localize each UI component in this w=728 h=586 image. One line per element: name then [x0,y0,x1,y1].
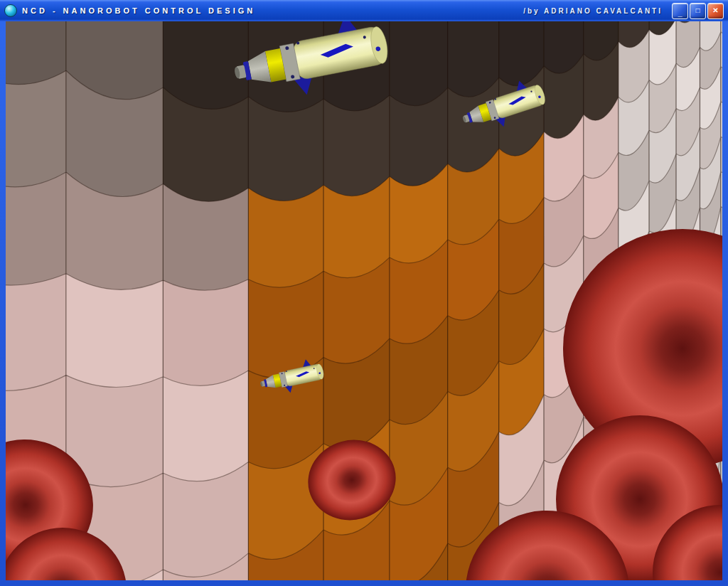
window-title: NCD - NANOROBOT CONTROL DESIGN [22,6,255,15]
window-controls: _ □ ✕ [672,3,724,19]
close-button[interactable]: ✕ [707,3,724,19]
minimize-button[interactable]: _ [672,3,688,19]
app-window: NCD - NANOROBOT CONTROL DESIGN /by ADRIA… [0,0,728,586]
maximize-icon: □ [695,7,700,14]
title-bar: NCD - NANOROBOT CONTROL DESIGN /by ADRIA… [0,0,728,21]
simulation-canvas[interactable] [6,21,722,580]
simulation-viewport[interactable] [6,21,722,580]
window-byline: /by ADRIANO CAVALCANTI [523,7,667,15]
minimize-icon: _ [678,9,682,17]
app-icon [4,4,17,17]
maximize-button[interactable]: □ [690,3,706,19]
close-icon: ✕ [712,7,718,14]
